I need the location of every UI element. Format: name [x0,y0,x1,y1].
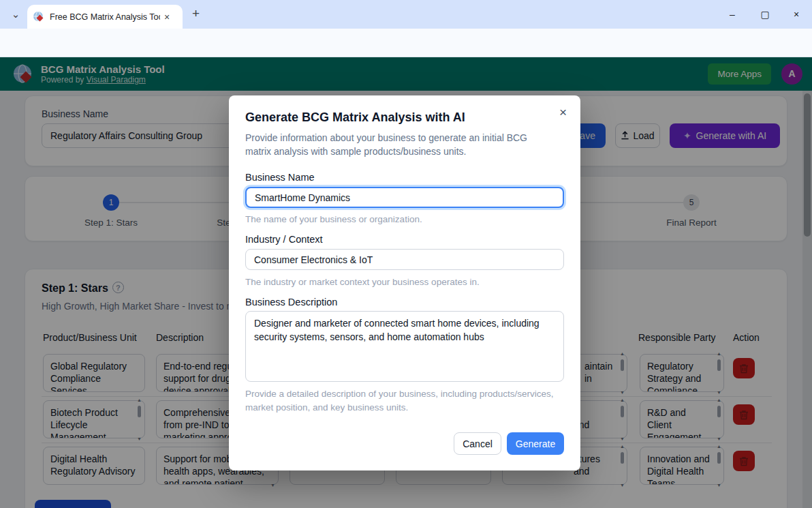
generate-button[interactable]: Generate [507,432,564,455]
generate-ai-modal: Generate BCG Matrix Analysis with AI × P… [229,95,580,470]
browser-tab[interactable]: Free BCG Matrix Analysis Tool | × [27,5,183,29]
modal-business-name-help: The name of your business or organizatio… [245,214,422,224]
favicon-visual-paradigm [33,11,44,23]
tab-title: Free BCG Matrix Analysis Tool | [50,12,160,22]
modal-business-name-label: Business Name [245,172,315,183]
modal-industry-help: The industry or market context your busi… [245,277,480,287]
new-tab-button[interactable]: + [192,6,200,21]
window-close-button[interactable]: × [781,0,812,29]
window-minimize-button[interactable]: – [717,0,748,29]
modal-industry-input[interactable] [245,249,564,270]
browser-titlebar: ⌄ Free BCG Matrix Analysis Tool | × + – … [0,0,812,29]
modal-close-icon[interactable]: × [559,105,567,120]
modal-subtitle: Provide information about your business … [245,131,553,159]
browser-toolbar: ← → ⟳ ai-toolbox.visual-paradigm.com/app… [0,29,812,57]
modal-description-help: Provide a detailed description of your b… [245,387,559,414]
tab-search-button[interactable]: ⌄ [7,6,25,24]
modal-business-name-input[interactable] [245,187,564,208]
modal-industry-label: Industry / Context [245,234,323,245]
cancel-button[interactable]: Cancel [454,432,501,455]
modal-description-label: Business Description [245,297,337,308]
modal-description-textarea[interactable] [245,311,564,382]
window-maximize-button[interactable]: ▢ [749,0,781,29]
tab-close-icon[interactable]: × [164,12,170,22]
modal-title: Generate BCG Matrix Analysis with AI [245,110,465,125]
